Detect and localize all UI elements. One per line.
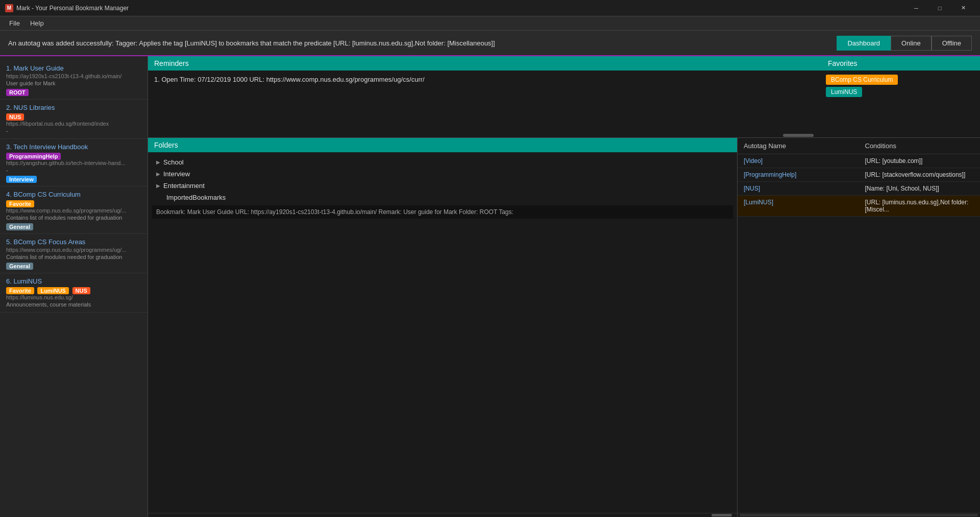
folder-imported[interactable]: ImportedBookmarks (152, 192, 733, 203)
favorites-content: BComp CS Curriculum LumiNUS (822, 70, 980, 137)
menubar: File Help (0, 16, 980, 31)
bookmark-url-2: https://libportal.nus.edu.sg/frontend/in… (6, 121, 141, 127)
tag-interview-3: Interview (6, 176, 37, 183)
tag-general-4: General (6, 223, 33, 230)
restore-button[interactable]: □ (928, 0, 951, 16)
dashboard-button[interactable]: Dashboard (837, 36, 891, 51)
bookmark-title-4: 4. BComp CS Curriculum (6, 191, 141, 198)
right-panel: Reminders 1. Open Time: 07/12/2019 1000 … (148, 56, 980, 517)
folder-arrow-interview: ▶ (156, 171, 160, 177)
bookmark-item-1[interactable]: 1. Mark User Guide https://ay1920s1-cs21… (0, 60, 148, 100)
autotag-row-1: [Video] [URL: [youtube.com]] (738, 154, 980, 168)
bookmark-list: 1. Mark User Guide https://ay1920s1-cs21… (0, 56, 148, 517)
favorite-bcomp[interactable]: BComp CS Curriculum (826, 75, 898, 85)
autotag-header: Autotag Name Conditions (738, 138, 980, 154)
bookmark-title-1: 1. Mark User Guide (6, 64, 141, 72)
autotag-panel: Autotag Name Conditions [Video] [URL: [y… (738, 138, 980, 517)
bookmark-item-6[interactable]: 6. LumiNUS Favorite LumiNUS NUS https://… (0, 273, 148, 313)
tag-nus-6: NUS (72, 287, 90, 294)
folder-arrow-school: ▶ (156, 159, 160, 165)
autotag-name-1: [Video] (738, 154, 859, 168)
bookmark-remark-4: Contains list of modules needed for grad… (6, 215, 141, 221)
notification-bar: An autotag was added successfully: Tagge… (0, 31, 980, 56)
bookmark-remark-3: - (6, 167, 141, 173)
favorites-header: Favorites (822, 56, 980, 70)
bookmark-item-5[interactable]: 5. BComp CS Focus Areas https://www.comp… (0, 234, 148, 273)
autotag-row-4: [LumiNUS] [URL: [luminus.nus.edu.sg],Not… (738, 196, 980, 217)
online-button[interactable]: Online (891, 36, 932, 51)
autotag-condition-4: [URL: [luminus.nus.edu.sg],Not folder: [… (859, 196, 981, 216)
folders-header: Folders (148, 138, 737, 152)
offline-button[interactable]: Offline (932, 36, 972, 51)
bookmark-title-3: 3. Tech Interview Handbook (6, 143, 141, 151)
reminders-section: Reminders 1. Open Time: 07/12/2019 1000 … (148, 56, 822, 137)
bookmark-url-1: https://ay1920s1-cs2103t-t13-4.github.io… (6, 73, 141, 79)
tag-nus-2: NUS (6, 113, 24, 121)
bookmark-title-6: 6. LumiNUS (6, 277, 141, 285)
nav-buttons: Dashboard Online Offline (837, 36, 972, 51)
notification-text: An autotag was added successfully: Tagge… (8, 39, 837, 47)
tag-general-5: General (6, 263, 33, 270)
bookmark-url-4: https://www.comp.nus.edu.sg/programmes/u… (6, 207, 141, 214)
favorite-luminus[interactable]: LumiNUS (826, 87, 862, 97)
reminders-content: 1. Open Time: 07/12/2019 1000 URL: https… (148, 70, 822, 133)
autotag-name-2: [ProgrammingHelp] (738, 168, 859, 181)
file-menu[interactable]: File (4, 17, 25, 29)
autotag-col-name: Autotag Name (738, 138, 859, 154)
bookmark-url-6: https://luminus.nus.edu.sg/ (6, 294, 141, 300)
autotag-condition-3: [Name: [Uni, School, NUS]] (859, 182, 981, 195)
tag-programminghelp-3: ProgrammingHelp (6, 153, 61, 160)
tag-favorite-6: Favorite (6, 287, 34, 294)
autotag-rows: [Video] [URL: [youtube.com]] [Programmin… (738, 154, 980, 513)
autotag-condition-2: [URL: [stackoverflow.com/questions]] (859, 168, 981, 181)
bookmark-remark-1: User guide for Mark (6, 80, 141, 86)
folders-content: ▶ School ▶ Interview ▶ Entertainment Imp… (148, 152, 737, 513)
bookmark-title-2: 2. NUS Libraries (6, 104, 141, 111)
tag-favorite-4: Favorite (6, 200, 34, 207)
help-menu[interactable]: Help (25, 17, 49, 29)
window-controls: ─ □ ✕ (904, 0, 975, 16)
close-button[interactable]: ✕ (951, 0, 975, 16)
bookmark-url-3: https://yangshun.github.io/tech-intervie… (6, 160, 141, 166)
autotag-row-2: [ProgrammingHelp] [URL: [stackoverflow.c… (738, 168, 980, 182)
autotag-col-conditions: Conditions (859, 138, 981, 154)
autotag-name-4: [LumiNUS] (738, 196, 859, 216)
reminder-item-1: 1. Open Time: 07/12/2019 1000 URL: https… (154, 76, 816, 83)
autotag-name-3: [NUS] (738, 182, 859, 195)
folder-bookmark-detail: Bookmark: Mark User Guide URL: https://a… (152, 205, 733, 219)
folder-school[interactable]: ▶ School (152, 156, 733, 168)
bookmark-remark-6: Announcements, course materials (6, 301, 141, 308)
main-layout: 1. Mark User Guide https://ay1920s1-cs21… (0, 56, 980, 517)
reminders-favorites-row: Reminders 1. Open Time: 07/12/2019 1000 … (148, 56, 980, 138)
autotag-condition-1: [URL: [youtube.com]] (859, 154, 981, 168)
bookmark-url-5: https://www.comp.nus.edu.sg/programmes/u… (6, 247, 141, 253)
reminders-header: Reminders (148, 56, 822, 70)
favorites-section: Favorites BComp CS Curriculum LumiNUS (822, 56, 980, 137)
folder-interview[interactable]: ▶ Interview (152, 168, 733, 180)
minimize-button[interactable]: ─ (904, 0, 928, 16)
folders-panel: Folders ▶ School ▶ Interview ▶ Entertain… (148, 138, 738, 517)
bookmark-item-3[interactable]: 3. Tech Interview Handbook ProgrammingHe… (0, 139, 148, 186)
bookmark-item-2[interactable]: 2. NUS Libraries NUS https://libportal.n… (0, 100, 148, 139)
tag-luminus-6: LumiNUS (37, 287, 69, 294)
bottom-area: Folders ▶ School ▶ Interview ▶ Entertain… (148, 138, 980, 517)
autotag-row-3: [NUS] [Name: [Uni, School, NUS]] (738, 182, 980, 196)
tag-root-1: ROOT (6, 89, 29, 96)
bookmark-remark-5: Contains list of modules needed for grad… (6, 254, 141, 260)
bookmark-remark-2: - (6, 128, 141, 134)
bookmark-item-4[interactable]: 4. BComp CS Curriculum Favorite https://… (0, 186, 148, 234)
folder-entertainment[interactable]: ▶ Entertainment (152, 180, 733, 192)
app-icon: M (5, 4, 13, 12)
titlebar: M Mark - Your Personal Bookmark Manager … (0, 0, 980, 16)
app-title: Mark - Your Personal Bookmark Manager (16, 5, 904, 12)
bookmark-title-5: 5. BComp CS Focus Areas (6, 238, 141, 246)
folder-arrow-entertainment: ▶ (156, 183, 160, 189)
